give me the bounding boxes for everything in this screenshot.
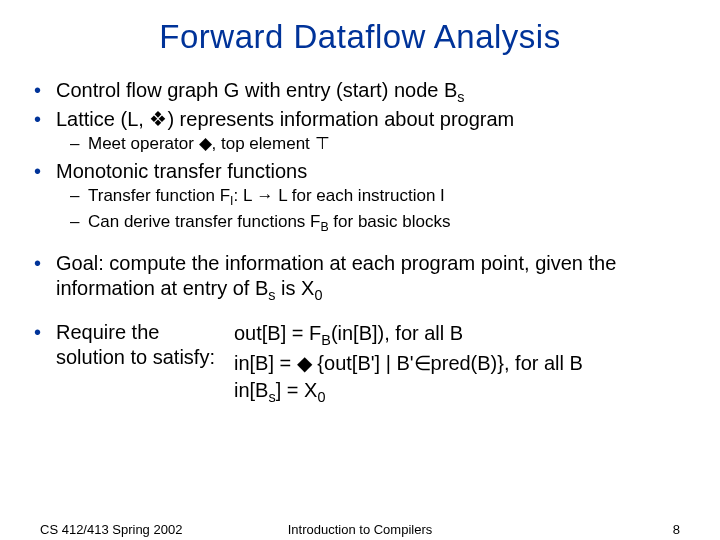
text: Control flow graph G with entry (start) …	[56, 79, 457, 101]
text: Require the solution to satisfy:	[56, 321, 215, 368]
text: Transfer function F	[88, 186, 230, 205]
text: ] = X	[276, 379, 318, 401]
text: Meet operator	[88, 134, 199, 153]
sub-bullet-item: –Can derive transfer functions FB for ba…	[34, 211, 692, 236]
slide-content: •Control flow graph G with entry (start)…	[28, 78, 692, 407]
sub-bullet-item: –Transfer function FI: L → L for each in…	[34, 185, 692, 210]
footer-page-number: 8	[673, 522, 680, 537]
top-symbol-icon: ⊤	[315, 134, 330, 153]
text: , top element	[212, 134, 315, 153]
equation-line: out[B] = FB(in[B]), for all B	[234, 320, 692, 350]
bullet-icon: •	[34, 107, 56, 132]
bullet-icon: •	[34, 78, 56, 103]
text: {out[B'] | B'	[312, 352, 414, 374]
meet-symbol-icon: ◆	[297, 352, 312, 374]
dash-icon: –	[70, 211, 88, 232]
bullet-icon: •	[34, 159, 56, 184]
arrow-icon: →	[256, 186, 273, 205]
text: Goal: compute the information at each pr…	[56, 252, 616, 299]
equation-line: in[Bs] = X0	[234, 377, 692, 407]
text: is X	[276, 277, 315, 299]
subscript: s	[268, 389, 275, 405]
bullet-icon: •	[34, 251, 56, 276]
element-of-icon: ∈	[414, 352, 431, 374]
text: L for each instruction I	[273, 186, 444, 205]
subscript: s	[457, 89, 464, 105]
subscript: 0	[317, 389, 325, 405]
bullet-item: •Require the solution to satisfy:	[34, 320, 230, 370]
text: in[B	[234, 379, 268, 401]
text: out[B] = F	[234, 322, 321, 344]
sub-bullet-item: –Meet operator ◆, top element ⊤	[34, 133, 692, 154]
bullet-item: •Control flow graph G with entry (start)…	[34, 78, 692, 106]
text: : L	[233, 186, 256, 205]
dash-icon: –	[70, 133, 88, 154]
text: Can derive transfer functions F	[88, 212, 320, 231]
subscript: B	[320, 220, 328, 234]
subscript: B	[321, 332, 331, 348]
slide: Forward Dataflow Analysis •Control flow …	[0, 0, 720, 540]
subscript: 0	[314, 287, 322, 303]
text: ) represents information about program	[167, 108, 514, 130]
two-column-row: •Require the solution to satisfy: out[B]…	[34, 320, 692, 408]
slide-title: Forward Dataflow Analysis	[28, 18, 692, 56]
meet-symbol-icon: ◆	[199, 134, 212, 153]
text: Lattice (L,	[56, 108, 149, 130]
text: for basic blocks	[329, 212, 451, 231]
bullet-item: •Goal: compute the information at each p…	[34, 251, 692, 304]
dash-icon: –	[70, 185, 88, 206]
subscript: s	[268, 287, 275, 303]
text: in[B] =	[234, 352, 297, 374]
footer-center: Introduction to Compilers	[0, 522, 720, 537]
left-column: •Require the solution to satisfy:	[34, 320, 230, 408]
text: Monotonic transfer functions	[56, 160, 307, 182]
text: (in[B]), for all B	[331, 322, 463, 344]
right-column: out[B] = FB(in[B]), for all B in[B] = ◆ …	[230, 320, 692, 408]
bullet-item: •Monotonic transfer functions	[34, 159, 692, 184]
equation-line: in[B] = ◆ {out[B'] | B'∈pred(B)}, for al…	[234, 350, 692, 377]
text: pred(B)}, for all B	[431, 352, 583, 374]
lattice-symbol-icon: ❖	[149, 108, 167, 130]
bullet-icon: •	[34, 320, 56, 345]
bullet-item: •Lattice (L, ❖) represents information a…	[34, 107, 692, 132]
